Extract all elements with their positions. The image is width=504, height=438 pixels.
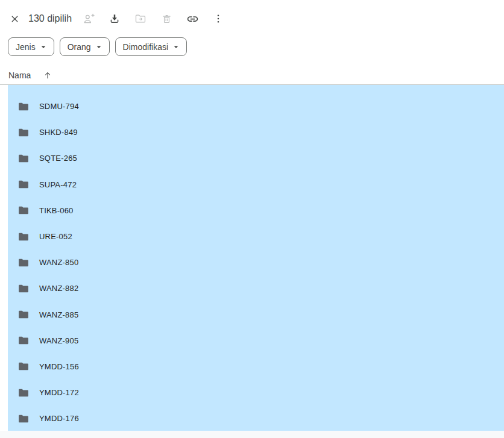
chevron-down-icon: [38, 42, 49, 52]
folder-icon: [17, 101, 30, 113]
trash-icon: [161, 13, 172, 25]
link-button[interactable]: [185, 11, 200, 26]
filter-chip-label: Dimodifikasi: [123, 42, 168, 52]
folder-row[interactable]: SUPA-472: [8, 172, 504, 198]
folder-name: SUPA-472: [39, 180, 77, 189]
folder-icon: [17, 413, 30, 425]
share-button[interactable]: [81, 11, 96, 26]
move-button[interactable]: [133, 11, 148, 26]
folder-name: SDMU-794: [39, 102, 79, 111]
folder-icon: [17, 334, 30, 346]
folder-icon: [17, 308, 30, 321]
folder-row[interactable]: WANZ-882: [8, 275, 504, 301]
filter-chip-label: Orang: [68, 42, 91, 52]
folder-name: URE-052: [39, 232, 72, 241]
folder-row[interactable]: WANZ-850: [8, 249, 504, 275]
link-icon: [186, 13, 199, 25]
folder-row[interactable]: WANZ-885: [8, 302, 504, 328]
folder-name: TIKB-060: [39, 206, 74, 215]
folder-name: WANZ-850: [39, 258, 78, 267]
folder-name: SHKD-849: [39, 128, 78, 137]
folder-row[interactable]: YMDD-176: [8, 405, 504, 431]
footer-strip: [0, 431, 504, 438]
filter-chip-people[interactable]: Orang: [60, 37, 110, 56]
folder-name: YMDD-176: [39, 414, 79, 423]
chevron-down-icon: [93, 42, 104, 52]
folder-row[interactable]: WANZ-905: [8, 328, 504, 354]
folder-row[interactable]: YMDD-172: [8, 380, 504, 405]
folder-row[interactable]: URE-052: [8, 224, 504, 249]
close-icon: [10, 14, 20, 24]
folder-row[interactable]: TIKB-060: [8, 198, 504, 224]
folder-icon: [17, 231, 30, 243]
folder-name: WANZ-882: [39, 284, 78, 293]
folder-icon: [17, 204, 30, 216]
filter-chip-label: Jenis: [16, 42, 36, 52]
folder-row[interactable]: SQTE-265: [8, 145, 504, 171]
folder-row[interactable]: SDMU-794: [8, 93, 504, 119]
close-selection-button[interactable]: [5, 9, 24, 28]
filter-chip-modified[interactable]: Dimodifikasi: [115, 37, 187, 56]
folder-name: WANZ-885: [39, 310, 78, 319]
folder-name: YMDD-172: [39, 388, 79, 397]
chevron-down-icon: [171, 42, 181, 52]
folder-icon: [17, 283, 30, 295]
folder-name: WANZ-905: [39, 336, 78, 345]
folder-icon: [17, 360, 30, 372]
more-vert-icon: [213, 13, 224, 24]
selection-count: 130 dipilih: [28, 13, 72, 24]
filter-chip-type[interactable]: Jenis: [8, 37, 54, 56]
folder-move-icon: [134, 13, 146, 25]
more-options-button[interactable]: [211, 11, 225, 26]
folder-icon: [17, 127, 30, 139]
folder-row[interactable]: YMDD-156: [8, 354, 504, 380]
folder-name: SQTE-265: [39, 154, 77, 163]
folder-icon: [17, 178, 30, 190]
name-column-sort-header[interactable]: Nama: [8, 70, 52, 80]
person-add-icon: [83, 13, 95, 25]
folder-icon: [17, 257, 30, 269]
download-icon: [109, 13, 121, 25]
folder-icon: [17, 152, 30, 164]
name-column-label: Nama: [8, 70, 31, 80]
arrow-up-icon: [43, 70, 52, 80]
filter-chips: Jenis Orang Dimodifikasi: [8, 37, 504, 56]
selection-toolbar: 130 dipilih: [0, 0, 504, 37]
download-button[interactable]: [107, 11, 122, 26]
folder-name: YMDD-156: [39, 362, 79, 371]
delete-button[interactable]: [159, 11, 174, 26]
folder-row[interactable]: SHKD-849: [8, 119, 504, 145]
folder-icon: [17, 387, 30, 399]
folder-list: SDMU-794 SHKD-849 SQTE-265 SUPA-472: [8, 85, 504, 431]
toolbar-actions: [81, 11, 225, 26]
